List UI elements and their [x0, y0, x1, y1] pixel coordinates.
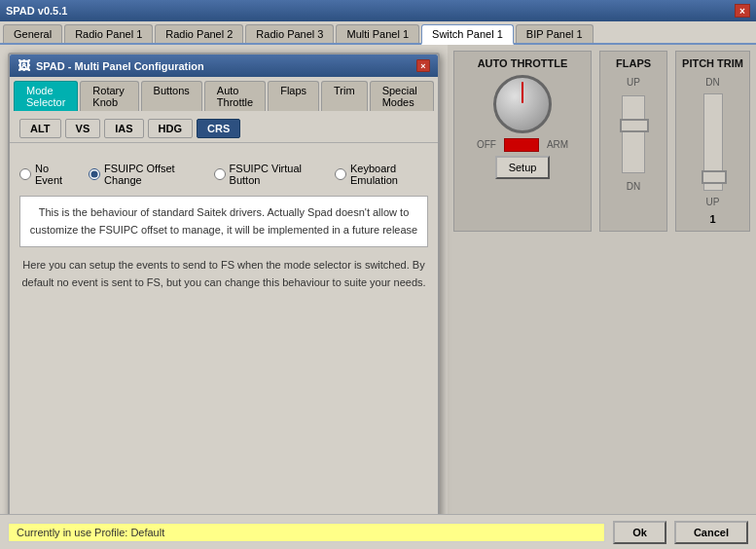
status-text: Currently in use Profile: Default	[17, 527, 164, 538]
radio-no-event[interactable]: No Event	[19, 163, 69, 186]
dialog-panel: 🖼 SPAD - Multi Panel Configuration × Mod…	[0, 45, 448, 543]
trim-dn-label: DN	[705, 77, 719, 88]
info-text: This is the behaviour of standard Saitek…	[30, 206, 417, 236]
inner-tab-buttons[interactable]: Buttons	[141, 81, 202, 111]
trim-slider-container: DN UP 1	[682, 75, 743, 225]
inner-tab-mode-selector[interactable]: Mode Selector	[14, 81, 78, 111]
radio-no-event-input[interactable]	[19, 168, 31, 180]
inner-close-button[interactable]: ×	[416, 59, 430, 72]
throttle-switch[interactable]	[504, 138, 539, 152]
tab-radio1[interactable]: Radio Panel 1	[64, 24, 153, 43]
tab-switch1[interactable]: Switch Panel 1	[421, 24, 514, 45]
mode-btn-alt[interactable]: ALT	[19, 119, 61, 138]
tab-multi1[interactable]: Multi Panel 1	[336, 24, 419, 43]
trim-up-label: UP	[706, 197, 720, 207]
flaps-up-label: UP	[627, 77, 640, 88]
tab-general[interactable]: General	[3, 24, 62, 43]
radio-options-row: No Event FSUIPC Offset Change FSUIPC Vir…	[19, 163, 428, 186]
desc-text: Here you can setup the events to send to…	[19, 257, 428, 291]
cancel-button[interactable]: Cancel	[674, 521, 748, 544]
radio-keyboard-input[interactable]	[335, 168, 346, 180]
trim-thumb	[702, 170, 727, 184]
flaps-dn-label: DN	[627, 181, 640, 192]
tab-bip1[interactable]: BIP Panel 1	[516, 24, 594, 43]
flaps-slider[interactable]	[622, 95, 645, 173]
auto-throttle-title: AUTO THROTTLE	[460, 57, 585, 69]
knob-container	[460, 75, 585, 133]
trim-slider[interactable]	[703, 93, 723, 191]
throttle-switch-row: OFF ARM	[460, 137, 585, 152]
auto-throttle-section: AUTO THROTTLE OFF ARM Setup	[453, 51, 592, 232]
rotary-knob[interactable]	[493, 75, 552, 133]
inner-tab-special-modes[interactable]: Special Modes	[370, 81, 434, 111]
flaps-thumb	[620, 119, 649, 132]
inner-tab-rotary-knob[interactable]: Rotary Knob	[80, 81, 138, 111]
knob-indicator	[522, 82, 523, 103]
bottom-bar: Currently in use Profile: Default Ok Can…	[0, 514, 756, 549]
flaps-slider-container: UP DN	[606, 75, 661, 194]
main-tab-bar: General Radio Panel 1 Radio Panel 2 Radi…	[0, 21, 756, 45]
tab-radio2[interactable]: Radio Panel 2	[155, 24, 243, 43]
inner-tab-bar: Mode Selector Rotary Knob Buttons Auto T…	[10, 77, 438, 111]
right-panel: AUTO THROTTLE OFF ARM Setup FL	[448, 45, 756, 543]
inner-dialog-title-text: SPAD - Multi Panel Configuration	[36, 60, 204, 72]
radio-fsuipc-offset-input[interactable]	[89, 168, 100, 180]
title-bar: SPAD v0.5.1 ×	[0, 0, 756, 21]
instruments-row: AUTO THROTTLE OFF ARM Setup FL	[453, 51, 750, 232]
off-label: OFF	[477, 139, 496, 150]
flaps-title: FLAPS	[606, 57, 661, 69]
app-title: SPAD v0.5.1	[6, 5, 67, 17]
flaps-section: FLAPS UP DN	[599, 51, 667, 232]
inner-tab-auto-throttle[interactable]: Auto Throttle	[204, 81, 266, 111]
radio-fsuipc-virtual-input[interactable]	[214, 168, 226, 180]
status-box: Currently in use Profile: Default	[8, 523, 605, 542]
pitch-trim-title: PITCH TRIM	[682, 57, 743, 69]
inner-tab-trim[interactable]: Trim	[321, 81, 368, 111]
radio-fsuipc-offset[interactable]: FSUIPC Offset Change	[89, 163, 195, 186]
panel-icon: 🖼	[18, 58, 30, 73]
radio-fsuipc-virtual[interactable]: FSUIPC Virtual Button	[214, 163, 315, 186]
close-button[interactable]: ×	[735, 4, 750, 18]
inner-dialog: 🖼 SPAD - Multi Panel Configuration × Mod…	[8, 53, 440, 535]
mode-btn-hdg[interactable]: HDG	[148, 119, 193, 138]
mode-btn-vs[interactable]: VS	[65, 119, 101, 138]
inner-title-bar: 🖼 SPAD - Multi Panel Configuration ×	[10, 55, 438, 77]
radio-keyboard[interactable]: Keyboard Emulation	[335, 163, 428, 186]
trim-value: 1	[709, 213, 715, 225]
pitch-trim-section: PITCH TRIM DN UP 1	[675, 51, 750, 232]
info-box: This is the behaviour of standard Saitek…	[19, 196, 428, 247]
ok-button[interactable]: Ok	[613, 521, 666, 544]
main-content: 🖼 SPAD - Multi Panel Configuration × Mod…	[0, 45, 756, 543]
inner-tab-flaps[interactable]: Flaps	[268, 81, 319, 111]
setup-button[interactable]: Setup	[495, 156, 551, 179]
dialog-content: No Event FSUIPC Offset Change FSUIPC Vir…	[10, 143, 438, 533]
mode-btn-crs[interactable]: CRS	[197, 119, 240, 138]
tab-radio3[interactable]: Radio Panel 3	[245, 24, 334, 43]
spad-window: SPAD v0.5.1 × General Radio Panel 1 Radi…	[0, 0, 756, 549]
arm-label: ARM	[547, 139, 568, 150]
mode-row: ALT VS IAS HDG CRS	[10, 111, 438, 143]
mode-btn-ias[interactable]: IAS	[104, 119, 143, 138]
